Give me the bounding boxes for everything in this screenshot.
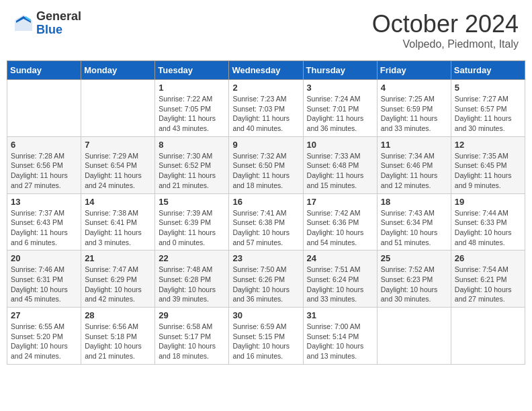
day-number: 16 <box>232 197 299 207</box>
calendar-cell: 5Sunrise: 7:27 AMSunset: 6:57 PMDaylight… <box>451 80 525 137</box>
calendar-cell: 23Sunrise: 7:50 AMSunset: 6:26 PMDayligh… <box>229 250 303 308</box>
header-row: SundayMondayTuesdayWednesdayThursdayFrid… <box>7 61 525 80</box>
day-number: 11 <box>381 140 447 150</box>
calendar-cell: 16Sunrise: 7:41 AMSunset: 6:38 PMDayligh… <box>229 193 303 250</box>
calendar-cell: 26Sunrise: 7:54 AMSunset: 6:21 PMDayligh… <box>451 250 525 308</box>
day-number: 29 <box>159 310 225 320</box>
week-row-2: 6Sunrise: 7:28 AMSunset: 6:56 PMDaylight… <box>7 136 525 193</box>
calendar-cell: 27Sunrise: 6:55 AMSunset: 5:20 PMDayligh… <box>7 308 81 365</box>
day-info: Sunrise: 6:56 AMSunset: 5:18 PMDaylight:… <box>85 322 151 361</box>
day-number: 10 <box>307 140 373 150</box>
day-number: 14 <box>85 197 151 207</box>
day-number: 3 <box>307 83 373 93</box>
location: Volpedo, Piedmont, Italy <box>372 38 519 50</box>
day-info: Sunrise: 7:32 AMSunset: 6:50 PMDaylight:… <box>232 151 299 191</box>
day-info: Sunrise: 7:39 AMSunset: 6:39 PMDaylight:… <box>159 208 225 248</box>
day-number: 19 <box>455 197 521 207</box>
header-sunday: Sunday <box>7 61 81 80</box>
day-number: 27 <box>11 310 77 320</box>
week-row-5: 27Sunrise: 6:55 AMSunset: 5:20 PMDayligh… <box>7 308 525 365</box>
day-info: Sunrise: 7:42 AMSunset: 6:36 PMDaylight:… <box>307 208 373 248</box>
day-info: Sunrise: 7:44 AMSunset: 6:33 PMDaylight:… <box>455 208 521 248</box>
calendar-cell: 2Sunrise: 7:23 AMSunset: 7:03 PMDaylight… <box>229 80 303 137</box>
page-header: General Blue October 2024 Volpedo, Piedm… <box>7 7 525 54</box>
day-number: 31 <box>307 310 373 320</box>
calendar-cell: 15Sunrise: 7:39 AMSunset: 6:39 PMDayligh… <box>155 193 229 250</box>
calendar-cell: 3Sunrise: 7:24 AMSunset: 7:01 PMDaylight… <box>303 80 377 137</box>
calendar-cell <box>377 308 451 365</box>
calendar-cell: 30Sunrise: 6:59 AMSunset: 5:15 PMDayligh… <box>229 308 303 365</box>
month-title: October 2024 <box>372 10 519 38</box>
day-number: 9 <box>232 140 299 150</box>
day-info: Sunrise: 7:41 AMSunset: 6:38 PMDaylight:… <box>232 208 299 248</box>
day-info: Sunrise: 6:55 AMSunset: 5:20 PMDaylight:… <box>11 322 77 361</box>
calendar-cell: 8Sunrise: 7:30 AMSunset: 6:52 PMDaylight… <box>155 136 229 193</box>
calendar-cell: 7Sunrise: 7:29 AMSunset: 6:54 PMDaylight… <box>81 136 155 193</box>
calendar-cell: 11Sunrise: 7:34 AMSunset: 6:46 PMDayligh… <box>377 136 451 193</box>
logo-icon <box>13 13 34 34</box>
day-info: Sunrise: 7:33 AMSunset: 6:48 PMDaylight:… <box>307 151 373 191</box>
day-number: 13 <box>11 197 77 207</box>
day-info: Sunrise: 7:27 AMSunset: 6:57 PMDaylight:… <box>455 94 521 134</box>
day-info: Sunrise: 7:29 AMSunset: 6:54 PMDaylight:… <box>85 151 151 191</box>
day-info: Sunrise: 6:59 AMSunset: 5:15 PMDaylight:… <box>232 322 299 361</box>
header-thursday: Thursday <box>303 61 377 80</box>
day-info: Sunrise: 7:37 AMSunset: 6:43 PMDaylight:… <box>11 208 77 248</box>
day-number: 15 <box>159 197 225 207</box>
calendar-cell: 20Sunrise: 7:46 AMSunset: 6:31 PMDayligh… <box>7 250 81 308</box>
week-row-1: 1Sunrise: 7:22 AMSunset: 7:05 PMDaylight… <box>7 80 525 137</box>
calendar-cell: 6Sunrise: 7:28 AMSunset: 6:56 PMDaylight… <box>7 136 81 193</box>
header-monday: Monday <box>81 61 155 80</box>
calendar-cell: 21Sunrise: 7:47 AMSunset: 6:29 PMDayligh… <box>81 250 155 308</box>
calendar-cell: 14Sunrise: 7:38 AMSunset: 6:41 PMDayligh… <box>81 193 155 250</box>
day-number: 17 <box>307 197 373 207</box>
day-info: Sunrise: 7:50 AMSunset: 6:26 PMDaylight:… <box>232 265 299 304</box>
day-number: 12 <box>455 140 521 150</box>
day-number: 28 <box>85 310 151 320</box>
day-number: 7 <box>85 140 151 150</box>
calendar-cell: 28Sunrise: 6:56 AMSunset: 5:18 PMDayligh… <box>81 308 155 365</box>
day-info: Sunrise: 7:35 AMSunset: 6:45 PMDaylight:… <box>455 151 521 191</box>
day-number: 23 <box>232 253 299 263</box>
calendar-cell: 29Sunrise: 6:58 AMSunset: 5:17 PMDayligh… <box>155 308 229 365</box>
calendar-cell: 13Sunrise: 7:37 AMSunset: 6:43 PMDayligh… <box>7 193 81 250</box>
day-info: Sunrise: 7:23 AMSunset: 7:03 PMDaylight:… <box>232 94 299 134</box>
calendar-cell: 9Sunrise: 7:32 AMSunset: 6:50 PMDaylight… <box>229 136 303 193</box>
title-section: October 2024 Volpedo, Piedmont, Italy <box>372 10 519 50</box>
day-number: 22 <box>159 253 225 263</box>
day-info: Sunrise: 7:28 AMSunset: 6:56 PMDaylight:… <box>11 151 77 191</box>
day-number: 30 <box>232 310 299 320</box>
header-friday: Friday <box>377 61 451 80</box>
day-number: 1 <box>159 83 225 93</box>
day-number: 6 <box>11 140 77 150</box>
day-info: Sunrise: 7:22 AMSunset: 7:05 PMDaylight:… <box>159 94 225 134</box>
day-number: 26 <box>455 253 521 263</box>
logo: General Blue <box>13 10 81 37</box>
day-info: Sunrise: 7:48 AMSunset: 6:28 PMDaylight:… <box>159 265 225 304</box>
calendar-cell <box>451 308 525 365</box>
day-info: Sunrise: 7:51 AMSunset: 6:24 PMDaylight:… <box>307 265 373 304</box>
calendar-cell: 18Sunrise: 7:43 AMSunset: 6:34 PMDayligh… <box>377 193 451 250</box>
day-info: Sunrise: 7:30 AMSunset: 6:52 PMDaylight:… <box>159 151 225 191</box>
day-info: Sunrise: 7:00 AMSunset: 5:14 PMDaylight:… <box>307 322 373 361</box>
logo-blue-text: Blue <box>36 24 81 37</box>
week-row-4: 20Sunrise: 7:46 AMSunset: 6:31 PMDayligh… <box>7 250 525 308</box>
calendar-cell: 31Sunrise: 7:00 AMSunset: 5:14 PMDayligh… <box>303 308 377 365</box>
day-number: 4 <box>381 83 447 93</box>
day-info: Sunrise: 7:43 AMSunset: 6:34 PMDaylight:… <box>381 208 447 248</box>
calendar-cell: 1Sunrise: 7:22 AMSunset: 7:05 PMDaylight… <box>155 80 229 137</box>
day-info: Sunrise: 7:52 AMSunset: 6:23 PMDaylight:… <box>381 265 447 304</box>
calendar-cell: 22Sunrise: 7:48 AMSunset: 6:28 PMDayligh… <box>155 250 229 308</box>
day-info: Sunrise: 7:47 AMSunset: 6:29 PMDaylight:… <box>85 265 151 304</box>
logo-text: General Blue <box>36 10 81 37</box>
day-number: 25 <box>381 253 447 263</box>
day-number: 8 <box>159 140 225 150</box>
day-info: Sunrise: 7:38 AMSunset: 6:41 PMDaylight:… <box>85 208 151 248</box>
day-number: 5 <box>455 83 521 93</box>
calendar-cell: 24Sunrise: 7:51 AMSunset: 6:24 PMDayligh… <box>303 250 377 308</box>
logo-general-text: General <box>36 10 81 24</box>
day-info: Sunrise: 7:25 AMSunset: 6:59 PMDaylight:… <box>381 94 447 134</box>
calendar-cell: 12Sunrise: 7:35 AMSunset: 6:45 PMDayligh… <box>451 136 525 193</box>
day-number: 2 <box>232 83 299 93</box>
calendar-cell: 4Sunrise: 7:25 AMSunset: 6:59 PMDaylight… <box>377 80 451 137</box>
